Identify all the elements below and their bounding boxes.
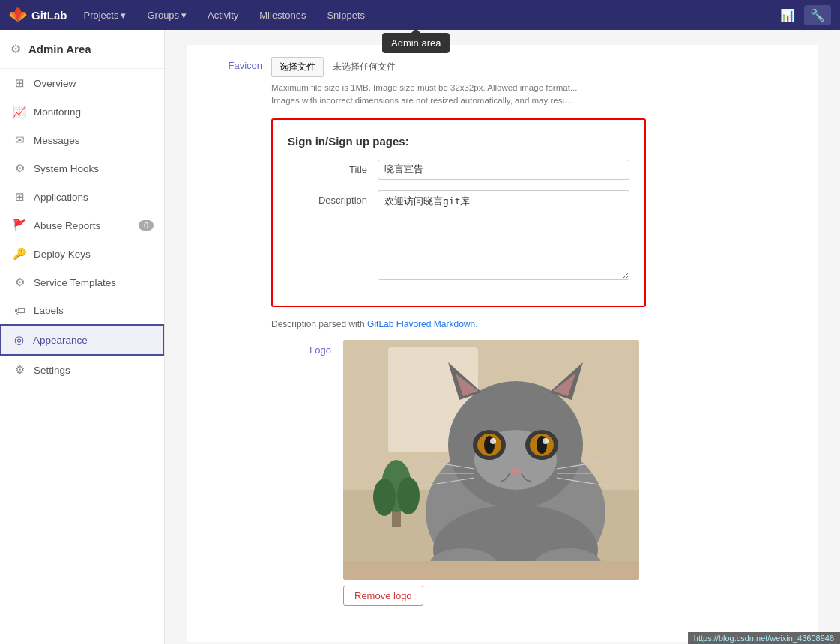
- messages-icon: ✉: [13, 133, 26, 147]
- favicon-note-2: Images with incorrect dimensions are not…: [271, 94, 577, 107]
- sidebar-item-messages[interactable]: ✉ Messages: [0, 126, 164, 154]
- nav-snippets[interactable]: Snippets: [322, 10, 369, 21]
- nav-projects[interactable]: Projects ▾: [79, 10, 131, 21]
- sidebar-item-labels[interactable]: 🏷 Labels: [0, 297, 164, 324]
- svg-point-17: [543, 438, 549, 444]
- sidebar: ⚙ Admin Area ⊞ Overview 📈 Monitoring ✉ M…: [0, 30, 165, 644]
- logo-content: Remove logo: [343, 340, 639, 606]
- nav-groups[interactable]: Groups ▾: [142, 10, 191, 21]
- logo-image-container: [343, 340, 639, 580]
- parsed-note: Description parsed with GitLab Flavored …: [271, 319, 646, 329]
- sidebar-item-overview[interactable]: ⊞ Overview: [0, 69, 164, 97]
- favicon-note-1: Maximum file size is 1MB. Image size mus…: [271, 82, 577, 94]
- navbar: GitLab Projects ▾ Groups ▾ Activity Mile…: [0, 0, 840, 30]
- favicon-content: 选择文件 未选择任何文件 Maximum file size is 1MB. I…: [271, 57, 577, 108]
- applications-icon: ⊞: [13, 190, 26, 204]
- nav-activity[interactable]: Activity: [203, 10, 243, 21]
- abuse-reports-badge: 0: [139, 220, 154, 231]
- sidebar-item-label: Appearance: [33, 335, 88, 346]
- markdown-link[interactable]: GitLab Flavored Markdown.: [367, 319, 477, 329]
- title-row: Title: [288, 160, 629, 180]
- status-bar: https://blog.csdn.net/weixin_43608948: [688, 632, 840, 644]
- sidebar-item-service-templates[interactable]: ⚙ Service Templates: [0, 268, 164, 297]
- deploy-keys-icon: 🔑: [13, 247, 26, 261]
- choose-file-button[interactable]: 选择文件: [271, 57, 324, 77]
- svg-point-31: [373, 479, 396, 516]
- signin-section: Sign in/Sign up pages: Title Description…: [271, 118, 646, 612]
- favicon-file-row: 选择文件 未选择任何文件: [271, 57, 577, 77]
- status-url: https://blog.csdn.net/weixin_43608948: [694, 634, 834, 643]
- sidebar-item-label: Monitoring: [34, 106, 81, 118]
- sidebar-item-label: Deploy Keys: [34, 249, 91, 260]
- signin-title: Sign in/Sign up pages:: [288, 135, 629, 148]
- sidebar-item-label: Labels: [34, 305, 64, 316]
- description-row: Description: [288, 190, 629, 280]
- sidebar-item-system-hooks[interactable]: ⚙ System Hooks: [0, 154, 164, 183]
- appearance-icon: ◎: [12, 333, 25, 347]
- title-label: Title: [288, 160, 378, 175]
- system-hooks-icon: ⚙: [13, 162, 26, 175]
- sidebar-header: ⚙ Admin Area: [0, 30, 164, 69]
- svg-point-16: [490, 438, 496, 444]
- main-content: Favicon 选择文件 未选择任何文件 Maximum file size i…: [165, 30, 840, 644]
- admin-tooltip: Admin area: [382, 33, 450, 53]
- overview-icon: ⊞: [13, 76, 26, 90]
- nav-right-icons: 📊 🔧: [774, 5, 831, 25]
- description-label: Description: [288, 190, 378, 206]
- settings-icon: ⚙: [13, 363, 26, 377]
- title-input[interactable]: [378, 160, 629, 180]
- remove-logo-button[interactable]: Remove logo: [343, 586, 423, 606]
- sidebar-item-settings[interactable]: ⚙ Settings: [0, 356, 164, 384]
- gitlab-logo-icon: [9, 6, 27, 24]
- brand-label: GitLab: [31, 9, 67, 22]
- layout: ⚙ Admin Area ⊞ Overview 📈 Monitoring ✉ M…: [0, 30, 840, 644]
- logo-label: Logo: [271, 340, 331, 356]
- sidebar-item-label: Abuse Reports: [34, 220, 100, 231]
- sidebar-item-label: Settings: [34, 365, 70, 376]
- sidebar-item-label: Applications: [34, 192, 88, 203]
- svg-rect-28: [343, 561, 639, 580]
- sidebar-item-label: Messages: [34, 135, 80, 146]
- signin-box: Sign in/Sign up pages: Title Description: [271, 118, 646, 307]
- sidebar-item-deploy-keys[interactable]: 🔑 Deploy Keys: [0, 240, 164, 268]
- favicon-row: Favicon 选择文件 未选择任何文件 Maximum file size i…: [202, 57, 803, 108]
- brand[interactable]: GitLab: [9, 6, 67, 24]
- description-textarea[interactable]: [378, 190, 629, 280]
- sidebar-title: Admin Area: [28, 43, 91, 55]
- chart-icon-button[interactable]: 📊: [774, 5, 801, 25]
- sidebar-item-label: Service Templates: [34, 277, 116, 288]
- sidebar-item-label: Overview: [34, 78, 76, 89]
- page-body: Favicon 选择文件 未选择任何文件 Maximum file size i…: [187, 45, 818, 642]
- sidebar-item-monitoring[interactable]: 📈 Monitoring: [0, 97, 164, 126]
- nav-milestones[interactable]: Milestones: [255, 10, 310, 21]
- sidebar-item-appearance[interactable]: ◎ Appearance: [0, 324, 164, 356]
- admin-area-icon: ⚙: [10, 42, 21, 56]
- sidebar-item-applications[interactable]: ⊞ Applications: [0, 183, 164, 211]
- sidebar-item-label: System Hooks: [34, 163, 99, 174]
- labels-icon: 🏷: [13, 304, 26, 317]
- favicon-label: Favicon: [202, 57, 262, 71]
- signin-section-wrapper: Sign in/Sign up pages: Title Description…: [202, 118, 803, 612]
- logo-section: Logo: [271, 340, 646, 606]
- logo-cat-image: [343, 340, 639, 580]
- abuse-reports-icon: 🚩: [13, 219, 26, 232]
- service-templates-icon: ⚙: [13, 276, 26, 289]
- monitoring-icon: 📈: [13, 105, 26, 118]
- sidebar-item-abuse-reports[interactable]: 🚩 Abuse Reports 0: [0, 211, 164, 240]
- file-info-text: 未选择任何文件: [333, 61, 396, 73]
- wrench-icon-button[interactable]: 🔧: [804, 5, 831, 25]
- svg-point-32: [397, 477, 420, 514]
